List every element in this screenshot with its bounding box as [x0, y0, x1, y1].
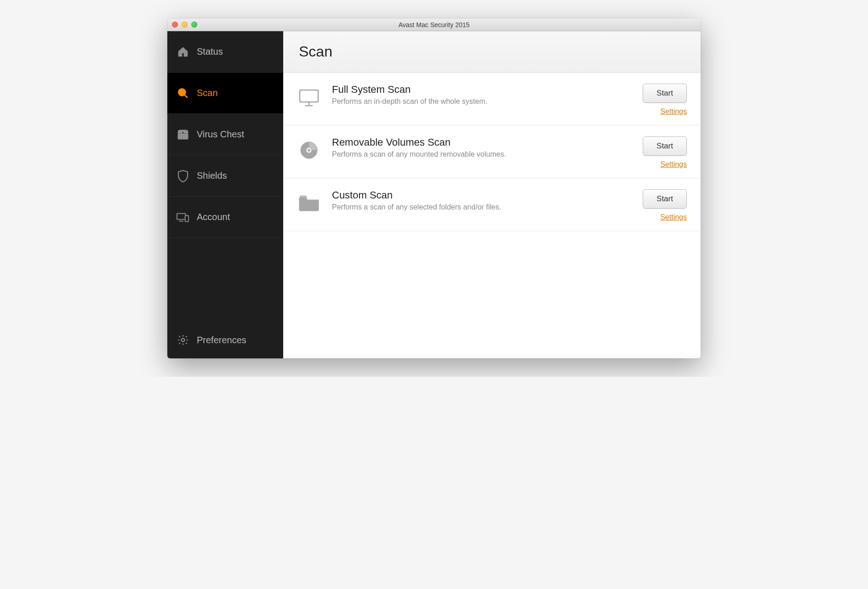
chest-icon	[177, 128, 189, 141]
sidebar-item-virus-chest[interactable]: Virus Chest	[167, 114, 283, 155]
scan-row-custom: Custom Scan Performs a scan of any selec…	[283, 178, 701, 231]
page-title: Scan	[299, 43, 332, 60]
home-icon	[177, 45, 189, 58]
sidebar-item-label: Virus Chest	[197, 129, 244, 140]
svg-rect-6	[185, 215, 188, 221]
sidebar-item-label: Shields	[197, 170, 227, 181]
scan-row-removable: Removable Volumes Scan Performs a scan o…	[283, 125, 701, 178]
window-body: Status Scan Virus Chest Shields	[167, 31, 701, 358]
sidebar-item-account[interactable]: Account	[167, 197, 283, 238]
settings-link[interactable]: Settings	[660, 160, 687, 169]
close-window-button[interactable]	[172, 22, 178, 28]
scan-text: Full System Scan Performs an in-depth sc…	[332, 84, 632, 106]
svg-rect-8	[300, 90, 318, 102]
titlebar: Avast Mac Security 2015	[167, 18, 701, 31]
scan-description: Performs an in-depth scan of the whole s…	[332, 97, 632, 106]
svg-point-13	[308, 149, 310, 152]
sidebar-item-label: Status	[197, 46, 223, 57]
svg-point-0	[178, 89, 185, 96]
settings-link[interactable]: Settings	[660, 108, 687, 116]
start-button[interactable]: Start	[643, 136, 687, 156]
scan-actions: Start Settings	[643, 189, 687, 221]
start-button[interactable]: Start	[643, 84, 687, 103]
sidebar-item-shields[interactable]: Shields	[167, 155, 283, 197]
settings-link[interactable]: Settings	[660, 213, 687, 221]
sidebar-item-scan[interactable]: Scan	[167, 73, 283, 114]
sidebar-item-status[interactable]: Status	[167, 31, 283, 73]
svg-point-7	[182, 339, 185, 342]
main-panel: Scan Full System Scan Performs an in-dep…	[283, 31, 701, 358]
scan-text: Custom Scan Performs a scan of any selec…	[332, 189, 632, 211]
svg-rect-4	[177, 213, 186, 219]
window-controls	[167, 22, 197, 28]
svg-line-1	[184, 95, 188, 98]
start-button[interactable]: Start	[643, 189, 687, 209]
sidebar: Status Scan Virus Chest Shields	[167, 31, 283, 358]
scan-description: Performs a scan of any mounted removable…	[332, 150, 632, 159]
scan-title: Custom Scan	[332, 189, 632, 201]
shield-icon	[177, 170, 189, 182]
scan-actions: Start Settings	[643, 84, 687, 116]
sidebar-item-label: Account	[197, 212, 230, 222]
svg-rect-2	[178, 134, 188, 139]
app-window: Avast Mac Security 2015 Status Scan Vir	[167, 18, 701, 358]
gear-icon	[177, 334, 189, 346]
sidebar-item-preferences[interactable]: Preferences	[167, 322, 283, 358]
window-title: Avast Mac Security 2015	[167, 21, 701, 28]
zoom-window-button[interactable]	[191, 22, 197, 28]
monitor-icon	[297, 85, 321, 109]
scan-row-full-system: Full System Scan Performs an in-depth sc…	[283, 73, 701, 125]
scan-list: Full System Scan Performs an in-depth sc…	[283, 73, 701, 358]
svg-point-3	[182, 132, 184, 134]
scan-actions: Start Settings	[643, 136, 687, 169]
search-icon	[177, 87, 189, 100]
minimize-window-button[interactable]	[182, 22, 188, 28]
folder-icon	[297, 191, 321, 215]
main-header: Scan	[283, 31, 701, 73]
sidebar-item-label: Preferences	[197, 335, 246, 345]
disc-icon	[297, 138, 321, 162]
scan-description: Performs a scan of any selected folders …	[332, 203, 632, 211]
scan-title: Removable Volumes Scan	[332, 136, 632, 148]
sidebar-spacer	[167, 238, 283, 322]
scan-title: Full System Scan	[332, 84, 632, 96]
sidebar-item-label: Scan	[197, 88, 218, 98]
scan-text: Removable Volumes Scan Performs a scan o…	[332, 136, 632, 159]
devices-icon	[177, 211, 189, 224]
